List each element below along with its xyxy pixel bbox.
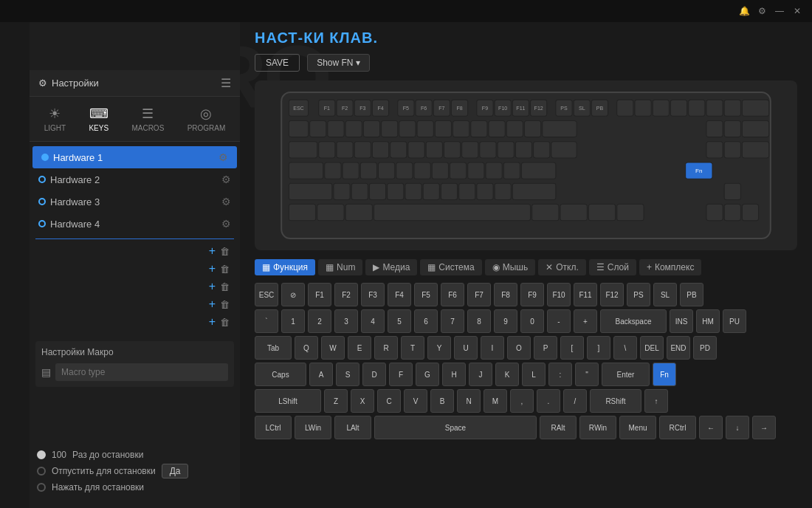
add-icon-5[interactable]: + bbox=[209, 315, 216, 329]
key-quote[interactable]: " bbox=[575, 363, 599, 386]
key-hm[interactable]: HM bbox=[696, 309, 720, 333]
cat-tab-num[interactable]: ▦ Num bbox=[318, 259, 362, 275]
key-f[interactable]: F bbox=[389, 363, 413, 386]
radio-2[interactable] bbox=[37, 467, 46, 476]
key-lwin[interactable]: LWin bbox=[295, 416, 331, 439]
key-r[interactable]: R bbox=[374, 336, 398, 360]
key-menu[interactable]: Menu bbox=[619, 416, 656, 439]
tab-light[interactable]: ☀ LIGHT bbox=[38, 103, 72, 135]
key-space[interactable]: Space bbox=[374, 416, 537, 439]
delete-icon-1[interactable]: 🗑 bbox=[220, 246, 230, 257]
key-plus[interactable]: + bbox=[574, 309, 597, 333]
delete-icon-4[interactable]: 🗑 bbox=[220, 299, 230, 310]
key-9[interactable]: 9 bbox=[494, 309, 517, 333]
key-c[interactable]: C bbox=[377, 389, 401, 413]
key-a[interactable]: A bbox=[309, 363, 333, 386]
tab-program[interactable]: ◎ PROGRAM bbox=[182, 103, 232, 135]
key-f10[interactable]: F10 bbox=[547, 283, 571, 306]
key-3[interactable]: 3 bbox=[334, 309, 358, 333]
key-6[interactable]: 6 bbox=[414, 309, 438, 333]
key-backspace[interactable]: Backspace bbox=[600, 309, 667, 333]
profile-item-hw1[interactable]: Hardware 1 ⚙ bbox=[32, 146, 237, 168]
key-minus[interactable]: - bbox=[547, 309, 571, 333]
key-lshift[interactable]: LShift bbox=[255, 389, 321, 413]
key-f5[interactable]: F5 bbox=[414, 283, 438, 306]
profile-gear-hw1[interactable]: ⚙ bbox=[219, 151, 228, 163]
key-f7[interactable]: F7 bbox=[467, 283, 491, 306]
key-rbracket[interactable]: ] bbox=[587, 336, 610, 360]
key-y[interactable]: Y bbox=[427, 336, 451, 360]
key-f1[interactable]: F1 bbox=[308, 283, 331, 306]
key-f4[interactable]: F4 bbox=[388, 283, 411, 306]
cat-tab-media[interactable]: ▶ Медиа bbox=[365, 259, 417, 275]
key-pu[interactable]: PU bbox=[723, 309, 746, 333]
profile-item-hw2[interactable]: Hardware 2 ⚙ bbox=[30, 168, 240, 190]
key-k[interactable]: K bbox=[495, 363, 519, 386]
key-i[interactable]: I bbox=[481, 336, 504, 360]
key-tab[interactable]: Tab bbox=[255, 336, 292, 360]
key-f3[interactable]: F3 bbox=[361, 283, 385, 306]
key-right[interactable]: → bbox=[752, 416, 776, 439]
key-1[interactable]: 1 bbox=[281, 309, 305, 333]
key-period[interactable]: . bbox=[537, 389, 560, 413]
key-t[interactable]: T bbox=[401, 336, 424, 360]
key-0[interactable]: 0 bbox=[520, 309, 544, 333]
cat-tab-off[interactable]: ✕ Откл. bbox=[538, 259, 586, 275]
key-4[interactable]: 4 bbox=[361, 309, 385, 333]
key-f12[interactable]: F12 bbox=[600, 283, 624, 306]
key-7[interactable]: 7 bbox=[441, 309, 464, 333]
key-up[interactable]: ↑ bbox=[644, 389, 668, 413]
key-fn[interactable]: Fn bbox=[653, 363, 676, 386]
profile-gear-hw2[interactable]: ⚙ bbox=[221, 174, 231, 185]
delete-icon-2[interactable]: 🗑 bbox=[220, 264, 230, 275]
key-f2[interactable]: F2 bbox=[334, 283, 358, 306]
cat-tab-layer[interactable]: ☰ Слой bbox=[589, 259, 636, 275]
profile-gear-hw4[interactable]: ⚙ bbox=[221, 218, 231, 230]
key-u[interactable]: U bbox=[454, 336, 478, 360]
save-button[interactable]: SAVE bbox=[255, 54, 300, 72]
key-x[interactable]: X bbox=[351, 389, 374, 413]
delete-icon-5[interactable]: 🗑 bbox=[220, 317, 230, 328]
key-lalt[interactable]: LAlt bbox=[334, 416, 371, 439]
key-backslash[interactable]: \ bbox=[613, 336, 637, 360]
key-j[interactable]: J bbox=[469, 363, 492, 386]
key-q[interactable]: Q bbox=[295, 336, 318, 360]
profile-item-hw4[interactable]: Hardware 4 ⚙ bbox=[30, 213, 240, 235]
cat-tab-complex[interactable]: + Комплекс bbox=[639, 259, 702, 275]
key-rctrl[interactable]: RCtrl bbox=[659, 416, 696, 439]
key-f6[interactable]: F6 bbox=[441, 283, 464, 306]
key-o[interactable]: O bbox=[507, 336, 531, 360]
menu-icon[interactable]: ☰ bbox=[221, 76, 231, 90]
radio-3[interactable] bbox=[37, 483, 46, 492]
key-enter[interactable]: Enter bbox=[602, 363, 650, 386]
key-v[interactable]: V bbox=[404, 389, 427, 413]
add-icon-1[interactable]: + bbox=[209, 244, 216, 258]
key-p[interactable]: P bbox=[534, 336, 557, 360]
tab-keys[interactable]: ⌨ KEYS bbox=[83, 103, 114, 135]
key-sl[interactable]: SL bbox=[653, 283, 677, 306]
key-void[interactable]: ⊘ bbox=[281, 283, 305, 306]
tab-macros[interactable]: ☰ MACROS bbox=[125, 103, 170, 135]
key-esc[interactable]: ESC bbox=[255, 283, 278, 306]
key-lctrl[interactable]: LCtrl bbox=[255, 416, 292, 439]
key-g[interactable]: G bbox=[416, 363, 439, 386]
key-z[interactable]: Z bbox=[324, 389, 348, 413]
key-ins[interactable]: INS bbox=[670, 309, 693, 333]
key-8[interactable]: 8 bbox=[467, 309, 491, 333]
key-h[interactable]: H bbox=[442, 363, 466, 386]
add-icon-2[interactable]: + bbox=[209, 262, 216, 275]
macro-type-input[interactable] bbox=[55, 363, 228, 381]
settings-button[interactable]: ⚙ bbox=[753, 2, 771, 20]
key-colon[interactable]: : bbox=[548, 363, 572, 386]
key-s[interactable]: S bbox=[336, 363, 359, 386]
key-n[interactable]: N bbox=[457, 389, 481, 413]
key-caps[interactable]: Caps bbox=[255, 363, 306, 386]
key-end[interactable]: END bbox=[667, 336, 690, 360]
yes-button[interactable]: Да bbox=[162, 464, 189, 478]
key-e[interactable]: E bbox=[348, 336, 371, 360]
key-down[interactable]: ↓ bbox=[726, 416, 749, 439]
key-5[interactable]: 5 bbox=[388, 309, 411, 333]
key-slash[interactable]: / bbox=[563, 389, 587, 413]
key-ps[interactable]: PS bbox=[627, 283, 650, 306]
key-del[interactable]: DEL bbox=[640, 336, 664, 360]
